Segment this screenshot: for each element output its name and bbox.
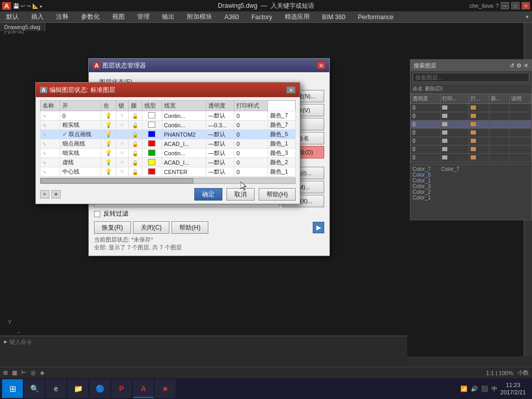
menu-insert[interactable]: 插入 <box>28 11 47 22</box>
sun-icon[interactable]: ☀ <box>119 122 125 128</box>
search-rename-btn[interactable]: 命名 <box>413 85 423 92</box>
search-panel-close[interactable]: ✕ <box>524 62 528 69</box>
grid-mode[interactable]: ▦ <box>12 369 17 376</box>
lightbulb-icon[interactable]: 💡 <box>105 159 112 165</box>
sun-icon[interactable]: ☀ <box>119 112 125 118</box>
linewidth-cell[interactable]: —默认 <box>206 139 234 149</box>
maximize-button[interactable]: □ <box>511 2 520 9</box>
plot-style-cell[interactable]: 颜色_7 <box>268 111 296 121</box>
invert-filter-checkbox[interactable] <box>94 211 100 217</box>
search-panel-settings[interactable]: ⚙ <box>516 62 522 69</box>
menu-factory[interactable]: Factory <box>248 12 275 22</box>
linewidth-cell[interactable]: —默认 <box>206 158 234 167</box>
linetype-cell[interactable]: Contin... <box>162 111 206 121</box>
plot-style-cell[interactable]: 颜色_3 <box>268 149 296 158</box>
linetype-cell[interactable]: Contin... <box>162 121 206 130</box>
linetype-cell[interactable]: Contin... <box>162 149 206 158</box>
menu-bim360[interactable]: BIM 360 <box>319 12 349 22</box>
ribbon-toggle[interactable]: ▾ <box>526 14 529 20</box>
ortho-mode[interactable]: ⊢ <box>21 369 26 376</box>
color-swatch[interactable] <box>148 168 155 175</box>
sun-icon[interactable]: ☀ <box>119 131 125 137</box>
add-layer-btn[interactable]: + <box>40 190 49 198</box>
menu-output[interactable]: 输出 <box>159 11 178 22</box>
table-scrollbar[interactable] <box>40 178 296 184</box>
layer-row-1[interactable]: ✎粗实线💡☀🔓Contin...—0.3...0颜色_7 <box>41 121 296 130</box>
lock-icon[interactable]: 🔓 <box>132 151 138 156</box>
plot-style-cell[interactable]: 颜色_1 <box>268 139 296 149</box>
lock-icon[interactable]: 🔓 <box>132 141 138 147</box>
linetype-cell[interactable]: CENTER <box>162 167 206 177</box>
ok-button[interactable]: 确定 <box>194 188 222 201</box>
sun-icon[interactable]: ☀ <box>119 159 125 165</box>
taskbar-powerpoint[interactable]: P <box>111 379 132 398</box>
search-delete-btn[interactable]: 删除(D) <box>425 85 443 92</box>
color-swatch[interactable] <box>148 159 155 165</box>
lightbulb-icon[interactable]: 💡 <box>105 122 112 128</box>
plot-style-cell[interactable]: 颜色_5 <box>268 130 296 139</box>
taskbar-explorer[interactable]: 📁 <box>68 379 88 398</box>
minimize-button[interactable]: ─ <box>501 2 509 9</box>
lock-icon[interactable]: 🔓 <box>132 132 138 138</box>
osnap-mode[interactable]: ◈ <box>40 369 44 376</box>
taskbar-red-app[interactable]: ■ <box>155 379 176 398</box>
linewidth-cell[interactable]: —0.3... <box>206 121 234 130</box>
help-dialog-btn[interactable]: 帮助(H) <box>171 221 208 234</box>
menu-addons[interactable]: 附加模块 <box>184 11 215 22</box>
taskbar-autocad[interactable]: A <box>133 379 154 398</box>
linetype-cell[interactable]: ACAD_I... <box>162 158 206 167</box>
start-button[interactable]: ⊞ <box>2 379 23 398</box>
lightbulb-icon[interactable]: 💡 <box>105 131 112 137</box>
layer-state-close[interactable]: ✕ <box>317 62 325 69</box>
layer-row-5[interactable]: ✎虚线💡☀🔓ACAD_I...—默认0颜色_2 <box>41 158 296 167</box>
color-swatch[interactable] <box>148 150 155 156</box>
arrow-btn[interactable]: ▶ <box>313 222 324 233</box>
color-swatch[interactable] <box>148 122 155 128</box>
layer-row-4[interactable]: ✎细实线💡☀🔓Contin...—默认0颜色_3 <box>41 149 296 158</box>
restore-btn[interactable]: 恢复(R) <box>94 221 131 234</box>
menu-parametric[interactable]: 参数化 <box>78 11 103 22</box>
menu-annotation[interactable]: 注释 <box>53 11 72 22</box>
close-button[interactable]: ✕ <box>522 2 530 9</box>
linewidth-cell[interactable]: —默认 <box>206 167 234 177</box>
menu-a360[interactable]: A360 <box>221 12 242 22</box>
delete-layer-btn[interactable]: ✕ <box>51 190 61 198</box>
linewidth-cell[interactable]: —默认 <box>206 149 234 158</box>
layer-row-3[interactable]: ✎细点画线💡☀🔓ACAD_I...—默认0颜色_1 <box>41 139 296 149</box>
taskbar-edge[interactable]: e <box>46 379 66 398</box>
plot-style-cell[interactable]: 颜色_7 <box>268 121 296 130</box>
color-swatch[interactable] <box>148 131 155 137</box>
color-swatch[interactable] <box>148 112 155 118</box>
linewidth-cell[interactable]: —默认 <box>206 130 234 139</box>
cancel-button[interactable]: 取消 <box>227 188 255 201</box>
menu-manage[interactable]: 管理 <box>134 11 153 22</box>
lightbulb-icon[interactable]: 💡 <box>105 168 112 175</box>
help-button[interactable]: 帮助(H) <box>259 188 296 201</box>
lock-icon[interactable]: 🔓 <box>132 160 138 166</box>
linewidth-cell[interactable]: —默认 <box>206 111 234 121</box>
linetype-cell[interactable]: ACAD_I... <box>162 139 206 149</box>
sun-icon[interactable]: ☀ <box>119 168 125 175</box>
edit-close-btn[interactable]: ✕ <box>286 86 296 94</box>
sun-icon[interactable]: ☀ <box>119 150 125 156</box>
lightbulb-icon[interactable]: 💡 <box>105 150 112 156</box>
sun-icon[interactable]: ☀ <box>119 140 125 147</box>
search-input[interactable] <box>413 73 529 82</box>
linetype-cell[interactable]: PHANTOM2 <box>162 130 206 139</box>
clock-display[interactable]: 11:23 2017/2/21 <box>500 381 526 396</box>
plot-style-cell[interactable]: 颜色_1 <box>268 167 296 177</box>
plot-style-cell[interactable]: 颜色_2 <box>268 158 296 167</box>
lock-icon[interactable]: 🔓 <box>132 169 138 175</box>
layer-row-0[interactable]: ✎0💡☀🔓Contin...—默认0颜色_7 <box>41 111 296 121</box>
layer-row-6[interactable]: ✎中心线💡☀🔓CENTER—默认0颜色_1 <box>41 167 296 177</box>
menu-default[interactable]: 默认 <box>3 11 22 22</box>
taskbar-search[interactable]: 🔍 <box>24 379 45 398</box>
menu-view[interactable]: 视图 <box>109 11 128 22</box>
help-icon[interactable]: ? <box>496 3 499 9</box>
layer-row-2[interactable]: ✎✓ 双点画线💡☀🔓PHANTOM2—默认0颜色_5 <box>41 130 296 139</box>
lightbulb-icon[interactable]: 💡 <box>105 140 112 147</box>
drawing-tab[interactable]: Drawing5.dwg <box>0 23 45 31</box>
color-swatch[interactable] <box>148 140 155 147</box>
menu-featured[interactable]: 精选应用 <box>282 11 313 22</box>
command-input[interactable] <box>9 339 403 345</box>
